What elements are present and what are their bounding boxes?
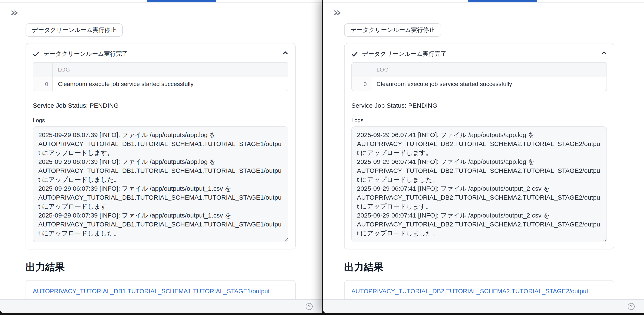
status-card-title: データクリーンルーム実行完了 bbox=[362, 50, 446, 58]
footer-bar: ? bbox=[0, 299, 322, 313]
log-table: LOG 0 Cleanroom execute job service star… bbox=[352, 62, 607, 91]
logs-textarea[interactable]: 2025-09-29 06:07:41 [INFO]: ファイル /app/ou… bbox=[352, 126, 607, 242]
log-table-row-index: 0 bbox=[352, 77, 372, 91]
output-stage-link[interactable]: AUTOPRIVACY_TUTORIAL_DB1.TUTORIAL_SCHEMA… bbox=[33, 288, 270, 295]
double-chevron-right-icon bbox=[333, 10, 340, 16]
check-icon bbox=[33, 51, 39, 57]
output-results-heading: 出力結果 bbox=[26, 261, 296, 273]
cell-output-area: データクリーンルーム実行停止 データクリーンルーム実行完了 LOG bbox=[344, 0, 614, 302]
chevron-up-icon[interactable] bbox=[601, 51, 607, 55]
logs-textarea[interactable]: 2025-09-29 06:07:39 [INFO]: ファイル /app/ou… bbox=[33, 126, 288, 242]
execution-status-card: データクリーンルーム実行完了 LOG 0 Cleanroom execute j… bbox=[344, 43, 614, 250]
stop-cleanroom-button[interactable]: データクリーンルーム実行停止 bbox=[26, 23, 123, 37]
double-chevron-right-icon bbox=[10, 10, 18, 16]
log-table-header-row: LOG bbox=[33, 62, 288, 77]
expand-sidebar-button[interactable] bbox=[332, 8, 342, 17]
status-card-header[interactable]: データクリーンルーム実行完了 bbox=[33, 49, 288, 59]
check-icon bbox=[352, 51, 358, 57]
notebook-window-right: データクリーンルーム実行停止 データクリーンルーム実行完了 LOG bbox=[323, 0, 644, 313]
question-mark-icon[interactable]: ? bbox=[628, 303, 635, 310]
table-row: 0 Cleanroom execute job service started … bbox=[352, 77, 606, 91]
log-table-index-header bbox=[33, 62, 53, 77]
log-table-index-header bbox=[352, 62, 372, 77]
chevron-up-icon[interactable] bbox=[282, 51, 288, 55]
status-card-header[interactable]: データクリーンルーム実行完了 bbox=[352, 49, 607, 59]
notebook-window-left: データクリーンルーム実行停止 データクリーンルーム実行完了 LOG bbox=[0, 0, 322, 313]
log-table-row-index: 0 bbox=[33, 77, 53, 91]
status-card-title: データクリーンルーム実行完了 bbox=[44, 50, 128, 58]
log-table-header-row: LOG bbox=[352, 62, 606, 77]
output-link-card: AUTOPRIVACY_TUTORIAL_DB1.TUTORIAL_SCHEMA… bbox=[26, 280, 296, 302]
cell-output-area: データクリーンルーム実行停止 データクリーンルーム実行完了 LOG bbox=[26, 0, 296, 302]
logs-label: Logs bbox=[352, 117, 607, 124]
log-table-log-header: LOG bbox=[372, 62, 606, 77]
log-table-row-log: Cleanroom execute job service started su… bbox=[53, 77, 288, 91]
output-stage-link[interactable]: AUTOPRIVACY_TUTORIAL_DB2.TUTORIAL_SCHEMA… bbox=[352, 288, 588, 295]
job-status-text: Service Job Status: PENDING bbox=[352, 101, 607, 110]
screen: データクリーンルーム実行停止 データクリーンルーム実行完了 LOG bbox=[0, 0, 644, 315]
question-mark-icon[interactable]: ? bbox=[306, 303, 313, 310]
expand-sidebar-button[interactable] bbox=[9, 8, 19, 17]
footer-bar: ? bbox=[323, 299, 644, 313]
job-status-text: Service Job Status: PENDING bbox=[33, 101, 288, 110]
table-row: 0 Cleanroom execute job service started … bbox=[33, 77, 288, 91]
logs-label: Logs bbox=[33, 117, 288, 124]
log-table-row-log: Cleanroom execute job service started su… bbox=[372, 77, 606, 91]
execution-status-card: データクリーンルーム実行完了 LOG 0 Cleanroom execute j… bbox=[26, 43, 296, 250]
output-link-card: AUTOPRIVACY_TUTORIAL_DB2.TUTORIAL_SCHEMA… bbox=[344, 280, 614, 302]
log-table: LOG 0 Cleanroom execute job service star… bbox=[33, 62, 288, 91]
stop-cleanroom-button[interactable]: データクリーンルーム実行停止 bbox=[344, 23, 442, 37]
output-results-heading: 出力結果 bbox=[344, 261, 614, 273]
log-table-log-header: LOG bbox=[53, 62, 288, 77]
